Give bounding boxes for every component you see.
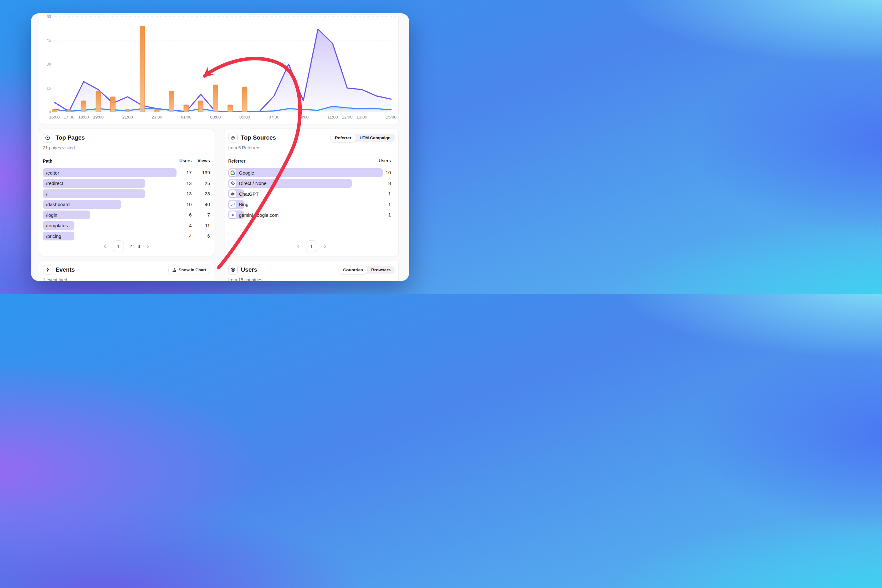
x-axis-tick: 11:00 xyxy=(328,115,338,119)
page-bar: /login xyxy=(43,210,90,219)
page-row[interactable]: / 13 23 xyxy=(43,189,210,198)
page-views: 23 xyxy=(195,191,210,196)
divider xyxy=(39,154,214,154)
source-users: 1 xyxy=(375,191,391,196)
source-row[interactable]: Google 10 xyxy=(228,168,395,177)
page-bar: /redirect xyxy=(43,179,145,188)
event-bar[interactable] xyxy=(169,91,174,112)
x-axis-tick: 18:00 xyxy=(78,115,89,119)
direct-icon xyxy=(229,180,236,187)
top-pages-subtitle: 21 pages visited xyxy=(43,145,210,150)
source-bar: Direct / None xyxy=(228,179,352,188)
top-pages-title: Top Pages xyxy=(56,134,85,141)
page-bar: /templates xyxy=(43,221,74,230)
source-bar: gemini.google.com xyxy=(228,210,244,219)
page-path: /templates xyxy=(43,223,68,228)
prev-page-icon[interactable] xyxy=(296,244,301,248)
page: { "colors":{ "accent_purple":"#6e50e8","… xyxy=(0,0,441,294)
page-row[interactable]: /redirect 13 25 xyxy=(43,179,210,188)
page-users: 6 xyxy=(176,212,192,218)
users-toggle: Countries Browsers xyxy=(339,266,395,274)
users-title: Users xyxy=(241,266,257,273)
source-bar: ChatGPT xyxy=(228,189,244,198)
column-chart-icon xyxy=(172,267,177,272)
source-users: 1 xyxy=(375,202,391,207)
page-users: 10 xyxy=(176,202,192,207)
event-bar[interactable] xyxy=(125,110,130,112)
sources-toggle: Referrer UTM Campaign xyxy=(331,134,395,142)
x-axis-tick: 07:00 xyxy=(269,115,279,119)
col-header-users: Users xyxy=(176,158,192,163)
y-axis-tick: 45 xyxy=(47,38,51,42)
event-bar[interactable] xyxy=(111,97,116,112)
top-sources-pagination: 1 xyxy=(224,240,398,252)
page-row[interactable]: /pricing 4 6 xyxy=(43,232,210,240)
x-axis-tick: 03:00 xyxy=(210,115,221,119)
x-axis-tick: 13:00 xyxy=(356,115,367,119)
page-bar: /dashboard xyxy=(43,200,121,209)
x-axis-tick: 23:00 xyxy=(152,115,162,119)
event-bar[interactable] xyxy=(52,110,57,112)
event-bar[interactable] xyxy=(242,87,248,112)
source-row[interactable]: Direct / None 8 xyxy=(228,179,395,188)
page-row[interactable]: /templates 4 11 xyxy=(43,221,210,230)
toggle-utm-campaign[interactable]: UTM Campaign xyxy=(356,134,395,142)
gemini-icon xyxy=(229,212,236,218)
page-users: 13 xyxy=(176,191,192,196)
eye-icon xyxy=(43,133,52,142)
current-page[interactable]: 1 xyxy=(306,240,317,252)
events-subtitle: 1 event fired xyxy=(43,277,210,281)
page-bar: /editor xyxy=(43,168,177,177)
page-bar: / xyxy=(43,189,145,198)
next-page-icon[interactable] xyxy=(323,244,327,248)
bing-icon xyxy=(229,201,236,208)
event-bar[interactable] xyxy=(81,101,86,112)
source-label: Google xyxy=(236,170,254,176)
page-users: 4 xyxy=(176,223,192,228)
page-path: /login xyxy=(43,212,57,218)
traffic-chart-card: 01530456016:0017:0018:0019:0021:0023:000… xyxy=(39,14,399,124)
page-number[interactable]: 3 xyxy=(138,244,140,249)
events-title: Events xyxy=(56,266,75,273)
event-bar[interactable] xyxy=(155,110,159,112)
top-sources-subtitle: from 5 Referrers xyxy=(228,145,395,150)
next-page-icon[interactable] xyxy=(146,244,150,248)
event-bar[interactable] xyxy=(228,105,233,112)
page-number[interactable]: 2 xyxy=(129,244,132,249)
traffic-chart[interactable]: 01530456016:0017:0018:0019:0021:0023:000… xyxy=(39,15,398,124)
toggle-referrer[interactable]: Referrer xyxy=(331,134,356,142)
current-page[interactable]: 1 xyxy=(113,240,124,252)
users-panel: Users Countries Browsers from 15 countri… xyxy=(224,261,399,281)
event-bar[interactable] xyxy=(213,85,218,112)
page-row[interactable]: /login 6 7 xyxy=(43,210,210,219)
page-row[interactable]: /editor 17 139 xyxy=(43,168,210,177)
page-views: 6 xyxy=(195,233,210,238)
col-header-views: Views xyxy=(195,158,210,163)
toggle-browsers[interactable]: Browsers xyxy=(367,266,395,274)
page-users: 13 xyxy=(176,180,192,186)
prev-page-icon[interactable] xyxy=(103,244,107,248)
col-header-path: Path xyxy=(43,159,52,164)
toggle-countries[interactable]: Countries xyxy=(339,266,367,274)
page-path: /editor xyxy=(43,170,59,176)
source-row[interactable]: ChatGPT 1 xyxy=(228,189,395,198)
source-label: gemini.google.com xyxy=(236,212,279,218)
page-row[interactable]: /dashboard 10 40 xyxy=(43,200,210,209)
source-users: 8 xyxy=(375,180,391,186)
y-axis-tick: 30 xyxy=(47,62,51,66)
top-sources-title: Top Sources xyxy=(241,134,276,141)
event-bar[interactable] xyxy=(198,101,203,112)
event-bar[interactable] xyxy=(96,91,101,112)
source-bar: Bing xyxy=(228,200,244,209)
event-bar[interactable] xyxy=(140,26,145,112)
event-bar[interactable] xyxy=(66,110,72,112)
event-bar[interactable] xyxy=(184,105,189,112)
x-axis-tick: 16:00 xyxy=(49,115,60,119)
page-path: /dashboard xyxy=(43,202,70,207)
source-row[interactable]: Bing 1 xyxy=(228,200,395,209)
page-views: 40 xyxy=(195,202,210,207)
page-path: /redirect xyxy=(43,180,63,186)
source-row[interactable]: gemini.google.com 1 xyxy=(228,210,395,219)
top-sources-panel: Top Sources Referrer UTM Campaign from 5… xyxy=(224,129,399,256)
show-in-chart-button[interactable]: Show in Chart xyxy=(168,266,210,274)
